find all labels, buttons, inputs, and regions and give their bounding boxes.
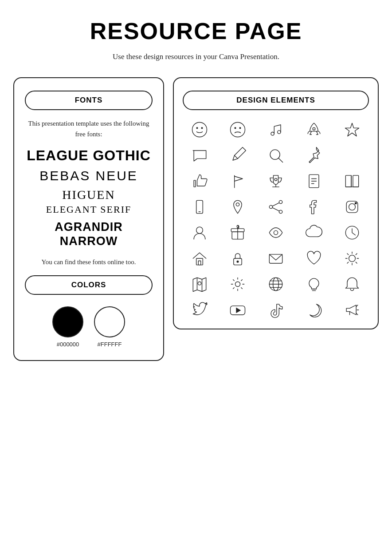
fonts-description: This presentation template uses the foll… (25, 118, 153, 139)
svg-point-4 (235, 127, 236, 129)
color-black-hex: #000000 (57, 341, 79, 348)
document-icon (297, 171, 331, 191)
svg-point-0 (192, 123, 207, 137)
color-black-item: #000000 (52, 306, 83, 348)
moon-icon (297, 300, 331, 320)
sun-icon (335, 249, 369, 268)
trophy-icon (259, 171, 293, 191)
svg-point-45 (349, 255, 356, 262)
svg-point-27 (269, 205, 272, 208)
fonts-note: You can find these fonts online too. (41, 257, 136, 267)
svg-point-5 (239, 127, 241, 129)
svg-line-29 (273, 203, 279, 206)
megaphone-icon (335, 300, 369, 320)
cloud-icon (297, 223, 331, 242)
heart-icon (297, 249, 331, 268)
svg-rect-41 (198, 261, 201, 265)
map-icon (183, 274, 216, 294)
svg-point-6 (271, 132, 274, 135)
svg-rect-40 (196, 258, 203, 265)
book-icon (335, 171, 369, 191)
svg-point-26 (279, 200, 282, 203)
svg-point-25 (236, 203, 239, 206)
smiley-icon (183, 120, 216, 139)
svg-point-2 (201, 127, 203, 129)
svg-point-32 (349, 204, 356, 210)
svg-point-34 (196, 227, 203, 234)
empty-icon-1 (335, 146, 369, 165)
svg-rect-19 (345, 175, 351, 187)
page-subtitle: Use these design resources in your Canva… (113, 52, 279, 61)
svg-marker-67 (236, 308, 241, 313)
thumbs-up-icon (183, 171, 216, 191)
lock-icon (221, 249, 255, 268)
font-bebas-neue: BEBAS NEUE (39, 168, 138, 183)
sad-face-icon (221, 120, 255, 139)
icons-grid (183, 120, 369, 320)
colors-row: #000000 #FFFFFF (52, 306, 125, 348)
color-white-circle (94, 306, 125, 337)
page-title: RESOURCE PAGE (90, 18, 302, 44)
color-white-item: #FFFFFF (94, 306, 125, 348)
phone-icon (183, 197, 216, 217)
location-pin-icon (221, 197, 255, 217)
search-icon (259, 146, 293, 165)
tiktok-icon (259, 300, 293, 320)
facebook-icon (297, 197, 331, 217)
svg-marker-54 (193, 278, 206, 291)
gift-icon (221, 223, 255, 242)
svg-line-53 (347, 262, 349, 263)
two-column-layout: FONTS This presentation template uses th… (13, 77, 379, 361)
font-higuen: HIGUEN (62, 188, 115, 202)
left-panel: FONTS This presentation template uses th… (13, 77, 164, 361)
svg-point-8 (313, 127, 315, 130)
pin-icon (297, 146, 331, 165)
svg-line-51 (356, 262, 357, 263)
svg-point-7 (278, 131, 281, 134)
svg-point-1 (196, 127, 198, 129)
svg-marker-9 (345, 123, 359, 136)
svg-line-52 (356, 254, 357, 255)
svg-line-30 (273, 208, 279, 211)
clock-icon (335, 223, 369, 242)
rocket-icon (297, 120, 331, 139)
colors-label: COLORS (25, 275, 153, 295)
svg-line-50 (347, 254, 349, 255)
lightbulb-icon (297, 274, 331, 294)
share-icon (259, 197, 293, 217)
svg-point-28 (279, 210, 282, 213)
svg-line-11 (278, 158, 282, 162)
bell-icon (335, 274, 369, 294)
email-icon (259, 249, 293, 268)
flag-icon (221, 171, 255, 191)
eye-icon (259, 223, 293, 242)
font-elegant-serif: ELEGANT SERIF (46, 204, 131, 215)
svg-point-38 (274, 230, 278, 234)
youtube-icon (221, 300, 255, 320)
star-icon (335, 120, 369, 139)
globe-icon (259, 274, 293, 294)
svg-rect-23 (196, 200, 203, 213)
settings-icon (221, 274, 255, 294)
color-white-hex: #FFFFFF (98, 341, 122, 348)
music-note-icon (259, 120, 293, 139)
svg-point-57 (198, 282, 201, 285)
pencil-icon (221, 146, 255, 165)
svg-point-10 (270, 150, 280, 159)
twitter-icon (183, 300, 216, 320)
svg-point-3 (231, 123, 245, 137)
design-elements-label: DESIGN ELEMENTS (183, 91, 369, 110)
font-league-gothic: LEAGUE GOTHIC (27, 147, 151, 164)
chat-bubble-icon (183, 146, 216, 165)
instagram-icon (335, 197, 369, 217)
fonts-label: FONTS (25, 91, 153, 110)
font-agrandir-narrow: AGRANDIR NARROW (25, 220, 153, 249)
color-black-circle (52, 306, 83, 337)
user-icon (183, 223, 216, 242)
svg-point-43 (237, 261, 239, 263)
right-panel: DESIGN ELEMENTS (173, 77, 379, 329)
home-icon (183, 249, 216, 268)
svg-point-33 (355, 202, 357, 204)
svg-point-58 (235, 282, 240, 287)
svg-point-14 (274, 178, 277, 181)
